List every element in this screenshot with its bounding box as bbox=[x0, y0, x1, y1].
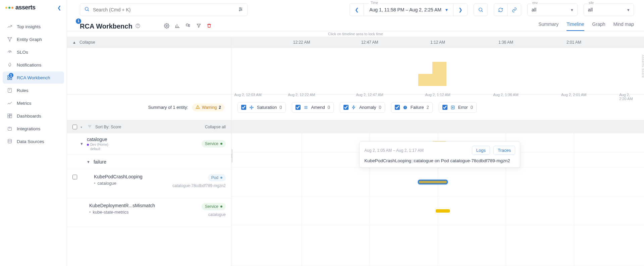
sidebar-collapse-icon[interactable]: ❮ bbox=[57, 5, 61, 10]
sort-icon[interactable] bbox=[88, 124, 92, 130]
chevron-down-icon[interactable]: ▾ bbox=[80, 125, 82, 129]
mini-tick: Aug 2, 12:03 AM bbox=[234, 93, 262, 97]
minimap-chart[interactable]: Asserts Score Aug 2, 12:03 AM Aug 2, 12:… bbox=[231, 48, 644, 94]
sidebar: asserts ❮ Top insights Entity Graph SL bbox=[0, 0, 67, 266]
item-labels: KubePodCrashLooping • catalogue bbox=[94, 174, 169, 186]
svg-point-2 bbox=[9, 40, 10, 41]
refresh-button[interactable] bbox=[494, 4, 507, 16]
nav-notifications[interactable]: Notifications bbox=[3, 59, 64, 71]
tab-timeline[interactable]: Timeline bbox=[567, 21, 584, 31]
collapse-all-button[interactable]: Collapse all bbox=[205, 125, 226, 129]
warning-icon bbox=[196, 105, 200, 110]
nav-integrations[interactable]: Integrations bbox=[3, 123, 64, 135]
time-prev-button[interactable]: ❮ bbox=[350, 4, 364, 16]
mini-tick: Aug 2, 12:22 AM bbox=[288, 93, 315, 97]
category-checkbox[interactable] bbox=[241, 105, 246, 110]
category-chip-saturation[interactable]: Saturation 0 bbox=[237, 102, 286, 113]
chevron-down-icon: ▾ bbox=[627, 7, 630, 12]
item-labels: KubeDeploymentR...sMismatch • kube-state… bbox=[89, 203, 198, 215]
site-value: all bbox=[588, 7, 593, 12]
trash-icon[interactable] bbox=[207, 23, 212, 30]
entity-sub: Dev (Home) bbox=[87, 143, 108, 146]
timeline-lane-item-2[interactable] bbox=[231, 196, 644, 225]
time-zoom-button[interactable] bbox=[474, 3, 488, 16]
chevron-down-icon: ▼ bbox=[87, 160, 90, 164]
warning-pill[interactable]: Warning 2 bbox=[192, 103, 224, 112]
category-chip-anomaly[interactable]: Anomaly 0 bbox=[340, 102, 385, 113]
time-range-picker: Time ❮ Aug 1, 11:58 PM – Aug 2, 2:25 AM … bbox=[350, 3, 468, 16]
traces-button[interactable]: Traces bbox=[493, 146, 515, 155]
time-range-display[interactable]: Aug 1, 11:58 PM – Aug 2, 2:25 AM ▾ bbox=[364, 4, 453, 16]
logs-button[interactable]: Logs bbox=[472, 146, 490, 155]
summary-row: Summary of 1 entity: Warning 2 bbox=[67, 94, 231, 121]
entity-row[interactable]: ▼ catalogue Dev (Home) default Service bbox=[67, 133, 231, 154]
nav-rca-workbench[interactable]: 1 RCA Workbench bbox=[3, 72, 64, 84]
category-checkbox[interactable] bbox=[395, 105, 400, 110]
assertion-row[interactable]: KubeDeploymentR...sMismatch • kube-state… bbox=[67, 198, 231, 227]
svg-point-19 bbox=[241, 9, 242, 10]
tab-summary[interactable]: Summary bbox=[538, 21, 558, 31]
sliders-icon[interactable] bbox=[238, 7, 243, 13]
env-value: all bbox=[532, 7, 536, 12]
nav-label: Data Sources bbox=[17, 139, 44, 144]
site-select[interactable]: site all ▾ bbox=[584, 3, 634, 16]
item-type-chip: Service bbox=[202, 203, 226, 210]
nav-rules[interactable]: Rules bbox=[3, 84, 64, 96]
tab-graph[interactable]: Graph bbox=[592, 21, 605, 31]
page-title: 1 RCA Workbench bbox=[80, 23, 141, 30]
tick-label: 12:22 AM bbox=[293, 40, 310, 45]
chevron-down-icon: ▼ bbox=[80, 142, 84, 146]
category-checkbox[interactable] bbox=[442, 105, 447, 110]
row-checkbox[interactable] bbox=[72, 175, 77, 179]
nav-metrics[interactable]: Metrics bbox=[3, 97, 64, 109]
group-label: failure bbox=[94, 159, 106, 165]
nav-data-sources[interactable]: Data Sources bbox=[3, 135, 64, 147]
timeline-lane-item-1[interactable]: Aug 2, 1:05 AM – Aug 2, 1:17 AM Logs Tra… bbox=[231, 168, 644, 196]
select-all-checkbox[interactable] bbox=[72, 125, 77, 129]
query-icon[interactable] bbox=[185, 23, 191, 30]
nav-entity-graph[interactable]: Entity Graph bbox=[3, 33, 64, 45]
help-icon[interactable] bbox=[135, 23, 141, 30]
svg-point-1 bbox=[11, 37, 12, 38]
category-checkbox[interactable] bbox=[343, 105, 348, 110]
left-collapse-header[interactable]: ▲ Collapse bbox=[67, 37, 231, 48]
chip-dot-icon bbox=[220, 177, 222, 179]
item-id: catalogue bbox=[208, 212, 226, 217]
item-right: Pod catalogue-78cdbdf789-mgzn2 bbox=[172, 174, 226, 188]
category-chip-amend[interactable]: Amend 0 bbox=[292, 102, 334, 113]
assertion-row[interactable]: KubePodCrashLooping • catalogue Pod bbox=[67, 169, 231, 198]
lane-bar[interactable] bbox=[436, 209, 450, 213]
nav-top-insights[interactable]: Top insights bbox=[3, 20, 64, 33]
svg-point-23 bbox=[138, 27, 138, 27]
link-button[interactable] bbox=[507, 4, 521, 16]
sort-label[interactable]: Sort By: Score bbox=[95, 125, 121, 129]
bar-chart-icon[interactable] bbox=[175, 23, 180, 30]
datasource-icon bbox=[7, 138, 13, 144]
timeline-hint: Click on timeline area to lock time bbox=[67, 31, 644, 37]
search-icon bbox=[84, 6, 90, 13]
search-input-wrapper[interactable] bbox=[80, 3, 248, 16]
env-select[interactable]: env all ▾ bbox=[527, 3, 578, 16]
assertion-name: KubeDeploymentR...sMismatch bbox=[89, 203, 198, 208]
nav-slos[interactable]: SLOs bbox=[3, 46, 64, 58]
group-row-failure[interactable]: ▼ failure bbox=[67, 154, 231, 169]
category-label: Saturation bbox=[257, 105, 277, 110]
nav-label: Rules bbox=[17, 88, 29, 93]
category-chip-failure[interactable]: Failure 2 bbox=[391, 102, 433, 113]
error-icon bbox=[450, 105, 455, 110]
time-next-button[interactable]: ❯ bbox=[453, 4, 467, 16]
search-input[interactable] bbox=[93, 7, 235, 12]
lane-bar-selected[interactable] bbox=[418, 180, 448, 184]
category-checkbox[interactable] bbox=[296, 105, 301, 110]
filter-icon[interactable] bbox=[196, 23, 201, 30]
gear-icon[interactable] bbox=[164, 23, 169, 30]
split-body: ▲ Collapse Summary of 1 entity: Warning … bbox=[67, 37, 644, 266]
page-header: 1 RCA Workbench bbox=[67, 19, 644, 31]
nav-dashboards[interactable]: Dashboards bbox=[3, 110, 64, 122]
svg-point-21 bbox=[479, 8, 482, 11]
nav-label: Integrations bbox=[17, 126, 41, 131]
category-chip-error[interactable]: Error 0 bbox=[439, 102, 477, 113]
tab-mind-map[interactable]: Mind map bbox=[613, 21, 634, 31]
nav-label: Top insights bbox=[17, 24, 41, 29]
amend-icon bbox=[303, 105, 309, 110]
